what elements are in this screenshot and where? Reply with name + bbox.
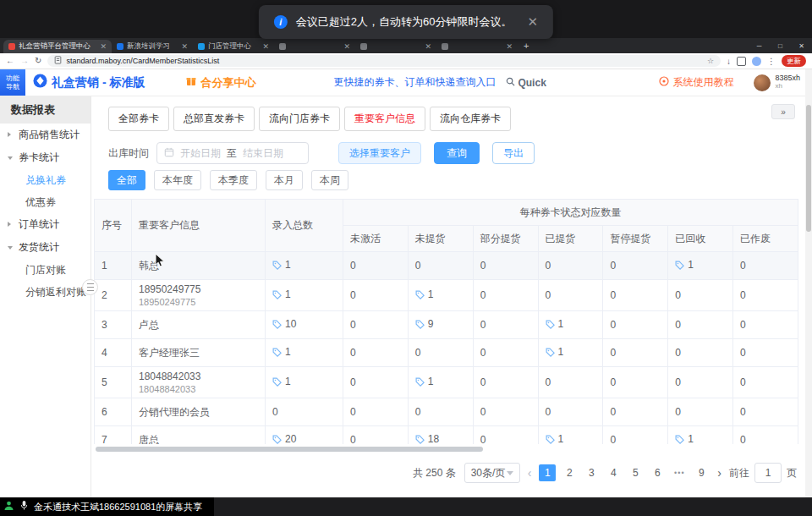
quick-filter-quarter[interactable]: 本季度 [210, 170, 257, 190]
page-button-6[interactable]: 6 [649, 464, 666, 481]
export-button[interactable]: 导出 [492, 142, 535, 164]
browser-tab-6[interactable]: ✕ [436, 40, 518, 53]
panel-expand-button[interactable]: » [771, 104, 795, 119]
count-link-icon[interactable] [415, 320, 425, 329]
tab-close-icon[interactable]: ✕ [100, 42, 107, 51]
count-value[interactable]: 18 [415, 433, 439, 444]
count-value[interactable]: 1 [272, 346, 291, 358]
bookmark-star-icon[interactable]: ☆ [707, 57, 714, 65]
sidebar-item-exchange-vouchers[interactable]: 兑换礼券 [0, 169, 91, 191]
count-link-icon[interactable] [415, 290, 425, 299]
profile-avatar[interactable] [752, 57, 761, 66]
sidebar-item-rebate-reconciliation[interactable]: 分销返利对账 [0, 281, 91, 303]
quick-filter-month[interactable]: 本月 [266, 170, 303, 190]
quick-filter-week[interactable]: 本周 [311, 170, 348, 190]
count-link-icon[interactable] [272, 261, 282, 270]
share-center-link[interactable]: 合分享中心 [185, 75, 255, 91]
maximize-button[interactable]: □ [770, 38, 791, 53]
page-button-9[interactable]: 9 [693, 464, 710, 481]
page-size-select[interactable]: 30条/页 [464, 463, 520, 483]
prev-page-button[interactable]: ‹ [525, 466, 535, 480]
count-value[interactable]: 1 [675, 433, 694, 444]
tab-close-icon[interactable]: ✕ [181, 42, 188, 51]
date-range-input[interactable]: 开始日期 至 结束日期 [156, 142, 309, 164]
quick-filter-year[interactable]: 本年度 [154, 170, 201, 190]
count-link-icon[interactable] [272, 320, 282, 329]
sidebar-item-product-sales[interactable]: 商品销售统计 [0, 124, 91, 146]
quick-search[interactable]: Quick [506, 77, 546, 89]
brand-logo[interactable]: 礼盒营销 - 标准版 [33, 74, 145, 91]
tab-close-icon[interactable]: ✕ [425, 42, 431, 51]
tutorial-link[interactable]: 系统使用教程 [659, 75, 733, 90]
query-button[interactable]: 查询 [434, 142, 480, 164]
horizontal-scrollbar-thumb[interactable] [96, 447, 483, 452]
table-row[interactable]: 4客户经理张三10001000 [95, 339, 798, 367]
count-value[interactable]: 20 [272, 433, 296, 444]
count-link-icon[interactable] [272, 377, 282, 387]
vertical-scrollbar-thumb[interactable] [806, 105, 811, 232]
count-link-icon[interactable] [272, 290, 282, 299]
page-button-2[interactable]: 2 [561, 464, 578, 481]
horizontal-scrollbar[interactable] [94, 446, 798, 453]
new-tab-button[interactable]: + [524, 41, 529, 51]
tab-store-flow-cards[interactable]: 流向门店券卡 [259, 107, 340, 131]
count-value[interactable]: 1 [272, 288, 291, 300]
table-row[interactable]: 2189502497751895024977510100000 [95, 280, 798, 311]
browser-update-button[interactable]: 更新 [782, 55, 806, 68]
sidebar-item-store-reconciliation[interactable]: 门店对账 [0, 259, 91, 281]
select-customer-button[interactable]: 选择重要客户 [338, 142, 421, 164]
count-link-icon[interactable] [272, 435, 282, 444]
browser-tab-4[interactable]: ✕ [274, 40, 355, 53]
sidebar-item-coupons[interactable]: 优惠券 [0, 191, 91, 213]
table-row[interactable]: 7唐总2001801010 [95, 426, 798, 445]
extensions-icon[interactable] [737, 57, 746, 66]
tab-hq-direct-cards[interactable]: 总部直发券卡 [173, 107, 255, 131]
browser-tab-5[interactable]: ✕ [355, 40, 436, 53]
count-value[interactable]: 1 [272, 259, 291, 271]
back-icon[interactable]: ← [6, 57, 14, 65]
count-link-icon[interactable] [546, 348, 555, 357]
table-row[interactable]: 1韩总10000010 [95, 252, 798, 280]
table-row[interactable]: 5180488420331804884203310100000 [95, 367, 798, 398]
count-value[interactable]: 1 [546, 346, 564, 358]
forward-icon[interactable]: → [20, 57, 29, 65]
sidebar-item-order-stats[interactable]: 订单统计 [0, 213, 91, 236]
address-bar[interactable]: standard.maboy.cn/CardMemberStatisticsLi… [47, 55, 721, 67]
page-ellipsis[interactable]: ••• [671, 464, 688, 481]
minimize-button[interactable]: ─ [749, 38, 770, 53]
count-value[interactable]: 9 [415, 318, 434, 330]
page-button-5[interactable]: 5 [627, 464, 644, 481]
download-icon[interactable]: ↓ [727, 57, 731, 66]
function-nav-button[interactable]: 功能 导航 [0, 69, 25, 96]
sidebar-item-card-stats[interactable]: 券卡统计 [0, 146, 91, 169]
close-button[interactable]: ✕ [791, 38, 812, 53]
count-value[interactable]: 1 [415, 288, 434, 300]
quick-entry-link[interactable]: 更快捷的券卡、订单和快递查询入口 [333, 75, 496, 90]
count-link-icon[interactable] [415, 435, 425, 444]
table-row[interactable]: 6分销代理的会员00000000 [95, 398, 798, 426]
browser-tab-store-admin[interactable]: 门店管理中心 ✕ [193, 40, 274, 53]
count-link-icon[interactable] [675, 261, 684, 270]
count-value[interactable]: 1 [546, 433, 564, 444]
count-value[interactable]: 1 [272, 376, 291, 387]
count-value[interactable]: 1 [415, 376, 434, 387]
sidebar-collapse-handle[interactable] [82, 279, 98, 295]
next-page-button[interactable]: › [715, 466, 724, 480]
count-link-icon[interactable] [272, 348, 282, 357]
page-button-3[interactable]: 3 [583, 464, 600, 481]
count-link-icon[interactable] [415, 377, 425, 387]
count-link-icon[interactable] [675, 435, 684, 444]
page-button-1[interactable]: 1 [539, 464, 556, 481]
tab-all-cards[interactable]: 全部券卡 [108, 107, 169, 131]
count-value[interactable]: 10 [272, 318, 296, 330]
page-button-4[interactable]: 4 [605, 464, 622, 481]
count-link-icon[interactable] [546, 320, 555, 329]
goto-page-input[interactable]: 1 [754, 463, 782, 483]
count-value[interactable]: 1 [675, 259, 694, 271]
tab-close-icon[interactable]: ✕ [506, 42, 513, 51]
tab-close-icon[interactable]: ✕ [343, 42, 350, 51]
count-value[interactable]: 1 [546, 318, 564, 330]
browser-tab-gift-admin[interactable]: 礼盒营销平台管理中心 ✕ [3, 40, 112, 53]
table-row[interactable]: 3卢总100901000 [95, 311, 798, 339]
tab-important-customers[interactable]: 重要客户信息 [344, 107, 425, 131]
